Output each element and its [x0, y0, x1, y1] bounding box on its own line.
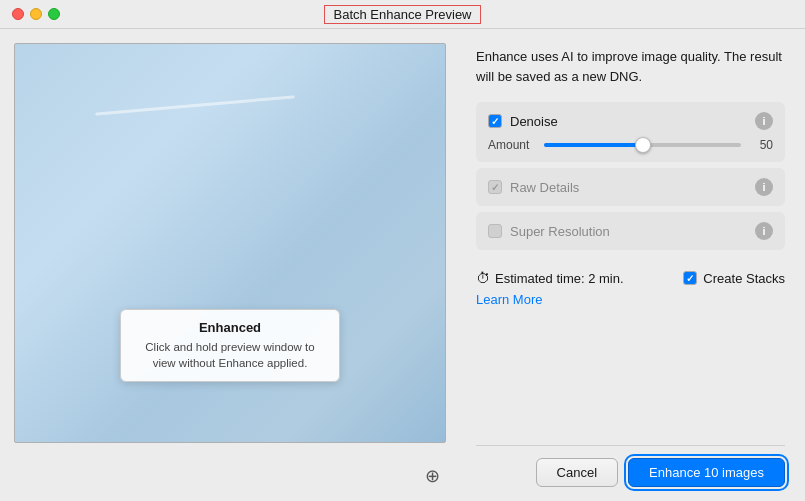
maximize-button[interactable]	[48, 8, 60, 20]
settings-description: Enhance uses AI to improve image quality…	[476, 47, 785, 86]
enhance-button[interactable]: Enhance 10 images	[628, 458, 785, 487]
raw-details-left: Raw Details	[488, 180, 579, 195]
denoise-slider[interactable]	[544, 143, 741, 147]
enhanced-tooltip-title: Enhanced	[137, 320, 323, 335]
denoise-label: Denoise	[510, 114, 558, 129]
super-resolution-header: Super Resolution i	[488, 222, 773, 240]
window-title: Batch Enhance Preview	[324, 5, 480, 24]
create-stacks-checkbox[interactable]	[683, 271, 697, 285]
preview-image[interactable]: Enhanced Click and hold preview window t…	[14, 43, 446, 443]
estimated-time: ⏱ Estimated time: 2 min.	[476, 270, 675, 286]
close-button[interactable]	[12, 8, 24, 20]
amount-label: Amount	[488, 138, 536, 152]
button-row: Cancel Enhance 10 images	[476, 445, 785, 487]
learn-more-row: Learn More	[476, 292, 785, 307]
raw-details-checkbox[interactable]	[488, 180, 502, 194]
denoise-header: Denoise i	[488, 112, 773, 130]
denoise-slider-thumb[interactable]	[635, 137, 651, 153]
super-resolution-label: Super Resolution	[510, 224, 610, 239]
amount-row: Amount 50	[488, 138, 773, 152]
super-resolution-info-icon[interactable]: i	[755, 222, 773, 240]
raw-details-header: Raw Details i	[488, 178, 773, 196]
denoise-left: Denoise	[488, 114, 558, 129]
learn-more-link[interactable]: Learn More	[476, 292, 542, 307]
traffic-lights	[12, 8, 60, 20]
create-stacks-group: Create Stacks	[683, 271, 785, 286]
preview-panel: Enhanced Click and hold preview window t…	[0, 29, 460, 501]
super-resolution-left: Super Resolution	[488, 224, 610, 239]
minimize-button[interactable]	[30, 8, 42, 20]
enhanced-tooltip-desc: Click and hold preview window to view wi…	[137, 339, 323, 371]
cancel-button[interactable]: Cancel	[536, 458, 618, 487]
create-stacks-label: Create Stacks	[703, 271, 785, 286]
raw-details-info-icon[interactable]: i	[755, 178, 773, 196]
clock-icon: ⏱	[476, 270, 490, 286]
settings-panel: Enhance uses AI to improve image quality…	[460, 29, 805, 501]
super-resolution-row: Super Resolution i	[476, 212, 785, 250]
title-bar: Batch Enhance Preview	[0, 0, 805, 29]
zoom-icon[interactable]: ⊕	[425, 465, 440, 487]
enhanced-tooltip: Enhanced Click and hold preview window t…	[120, 309, 340, 382]
bottom-row: ⏱ Estimated time: 2 min. Create Stacks	[476, 270, 785, 286]
main-content: Enhanced Click and hold preview window t…	[0, 29, 805, 501]
super-resolution-checkbox[interactable]	[488, 224, 502, 238]
denoise-slider-fill	[544, 143, 643, 147]
denoise-info-icon[interactable]: i	[755, 112, 773, 130]
raw-details-row: Raw Details i	[476, 168, 785, 206]
denoise-row: Denoise i Amount 50	[476, 102, 785, 162]
denoise-checkbox[interactable]	[488, 114, 502, 128]
raw-details-label: Raw Details	[510, 180, 579, 195]
estimated-time-label: Estimated time: 2 min.	[495, 271, 624, 286]
amount-value: 50	[749, 138, 773, 152]
